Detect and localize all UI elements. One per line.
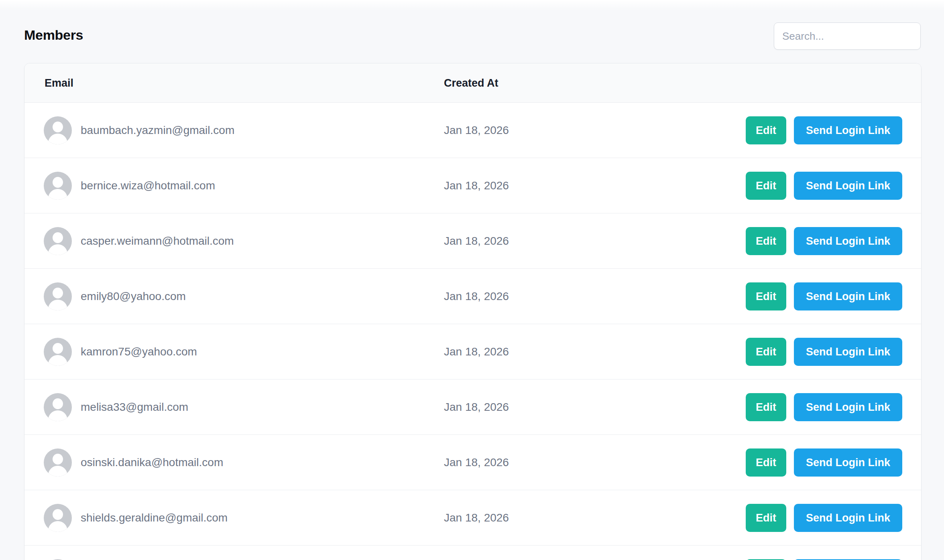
row-actions: Edit Send Login Link	[746, 116, 902, 144]
row-actions: Edit Send Login Link	[746, 448, 902, 477]
table-row: baumbach.yazmin@gmail.com Jan 18, 2026 E…	[24, 103, 921, 158]
row-actions: Edit Send Login Link	[746, 227, 902, 255]
row-actions: Edit Send Login Link	[746, 172, 902, 200]
members-table: Email Created At baumbach.yazmin@gmail.c…	[24, 63, 922, 560]
send-login-link-button[interactable]: Send Login Link	[794, 116, 902, 144]
column-header-email: Email	[45, 63, 73, 103]
avatar	[44, 504, 72, 532]
table-row: melisa33@gmail.com Jan 18, 2026 Edit Sen…	[24, 379, 921, 435]
table-row: emily80@yahoo.com Jan 18, 2026 Edit Send…	[24, 269, 921, 324]
avatar	[44, 227, 72, 255]
row-actions: Edit Send Login Link	[746, 393, 902, 421]
row-actions: Edit Send Login Link	[746, 338, 902, 366]
send-login-link-button[interactable]: Send Login Link	[794, 393, 902, 421]
send-login-link-button[interactable]: Send Login Link	[794, 448, 902, 477]
member-email: casper.weimann@hotmail.com	[81, 213, 234, 269]
member-created-at: Jan 18, 2026	[444, 490, 509, 546]
avatar	[44, 338, 72, 366]
table-row: osinski.danika@hotmail.com Jan 18, 2026 …	[24, 435, 921, 490]
row-actions: Edit Send Login Link	[746, 282, 902, 310]
edit-button[interactable]: Edit	[746, 504, 786, 532]
member-email: shields.geraldine@gmail.com	[81, 490, 228, 546]
column-header-created-at: Created At	[444, 63, 498, 103]
avatar	[44, 172, 72, 200]
person-silhouette-icon	[53, 177, 63, 188]
member-created-at: Jan 18, 2026	[444, 213, 509, 269]
person-silhouette-icon	[53, 122, 63, 132]
send-login-link-button[interactable]: Send Login Link	[794, 282, 902, 310]
member-email: kamron75@yahoo.com	[81, 324, 197, 379]
table-row: shields.geraldine@gmail.com Jan 18, 2026…	[24, 490, 921, 546]
member-email: baumbach.yazmin@gmail.com	[81, 103, 234, 158]
edit-button[interactable]: Edit	[746, 282, 786, 310]
avatar	[44, 448, 72, 477]
member-created-at: Jan 18, 2026	[444, 379, 509, 435]
member-created-at: Jan 18, 2026	[444, 158, 509, 213]
send-login-link-button[interactable]: Send Login Link	[794, 227, 902, 255]
table-row: casper.weimann@hotmail.com Jan 18, 2026 …	[24, 213, 921, 269]
edit-button[interactable]: Edit	[746, 116, 786, 144]
page-title: Members	[24, 27, 83, 43]
person-silhouette-icon	[53, 343, 63, 354]
person-silhouette-icon	[53, 398, 63, 409]
send-login-link-button[interactable]: Send Login Link	[794, 338, 902, 366]
member-created-at: Jan 18, 2026	[444, 435, 509, 490]
edit-button[interactable]: Edit	[746, 448, 786, 477]
edit-button[interactable]: Edit	[746, 338, 786, 366]
table-row: Edit Send Login Link	[24, 546, 921, 560]
send-login-link-button[interactable]: Send Login Link	[794, 172, 902, 200]
person-silhouette-icon	[53, 288, 63, 298]
send-login-link-button[interactable]: Send Login Link	[794, 504, 902, 532]
table-row: kamron75@yahoo.com Jan 18, 2026 Edit Sen…	[24, 324, 921, 379]
edit-button[interactable]: Edit	[746, 227, 786, 255]
member-created-at: Jan 18, 2026	[444, 103, 509, 158]
search-input[interactable]	[774, 22, 921, 50]
avatar	[44, 116, 72, 144]
member-email: emily80@yahoo.com	[81, 269, 186, 324]
member-created-at: Jan 18, 2026	[444, 324, 509, 379]
member-email: melisa33@gmail.com	[81, 379, 188, 435]
edit-button[interactable]: Edit	[746, 172, 786, 200]
person-silhouette-icon	[53, 232, 63, 243]
table-header-row: Email Created At	[24, 63, 921, 103]
member-email: bernice.wiza@hotmail.com	[81, 158, 215, 213]
member-email: osinski.danika@hotmail.com	[81, 435, 223, 490]
row-actions: Edit Send Login Link	[746, 504, 902, 532]
table-body: baumbach.yazmin@gmail.com Jan 18, 2026 E…	[24, 103, 921, 560]
edit-button[interactable]: Edit	[746, 393, 786, 421]
person-silhouette-icon	[53, 509, 63, 520]
person-silhouette-icon	[53, 454, 63, 465]
table-row: bernice.wiza@hotmail.com Jan 18, 2026 Ed…	[24, 158, 921, 213]
member-created-at: Jan 18, 2026	[444, 269, 509, 324]
avatar	[44, 282, 72, 310]
avatar	[44, 393, 72, 421]
